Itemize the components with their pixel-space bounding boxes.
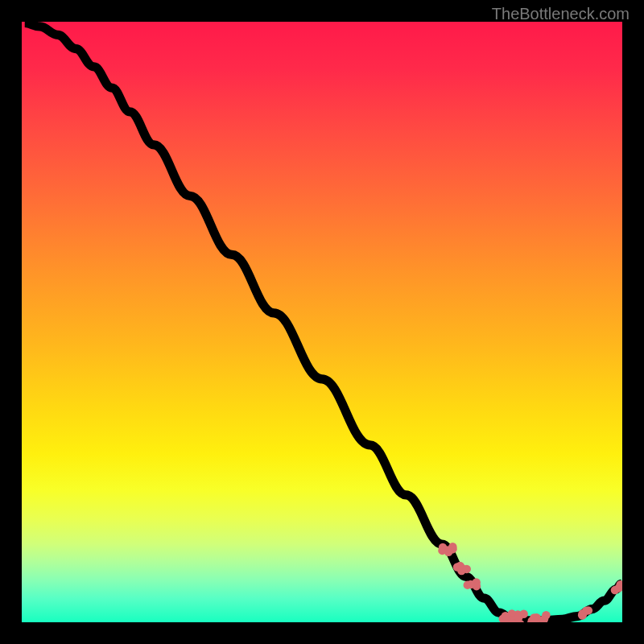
chart-overlay	[22, 22, 622, 622]
chart-dot	[463, 565, 471, 573]
chart-curve	[25, 23, 621, 620]
attribution-text: TheBottleneck.com	[492, 5, 630, 23]
chart-plot-area	[22, 22, 622, 622]
chart-dot	[502, 613, 510, 621]
chart-dot	[530, 613, 538, 621]
chart-dot	[466, 580, 474, 588]
chart-dot	[514, 613, 522, 621]
chart-dot	[584, 606, 592, 614]
chart-dot	[444, 548, 452, 556]
